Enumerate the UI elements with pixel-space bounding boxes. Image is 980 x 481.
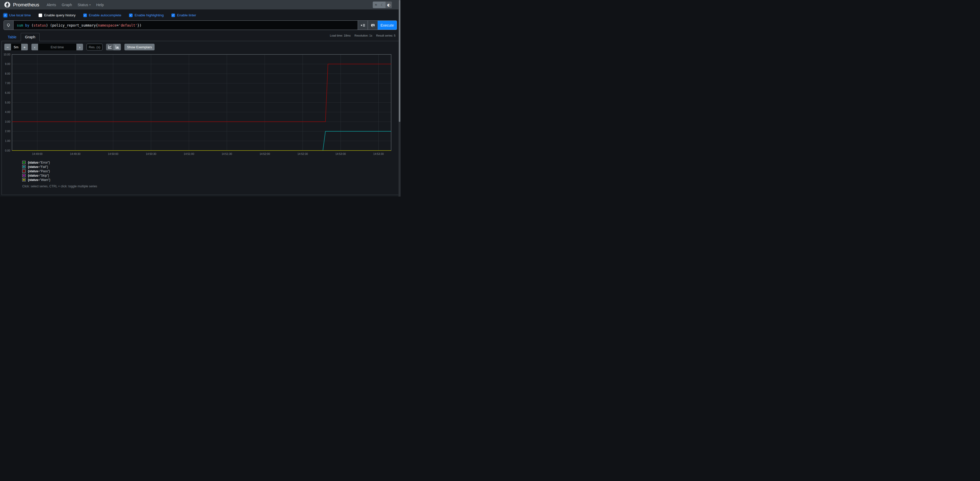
option-query-history: Enable query history	[38, 13, 76, 17]
nav-item-status-label: Status	[78, 3, 88, 7]
legend-item-fail[interactable]: {status="Fail"}	[22, 165, 397, 169]
legend-label: {status="Error"}	[28, 161, 50, 164]
svg-text:14:53:00: 14:53:00	[336, 152, 346, 155]
format-expression-button[interactable]	[358, 21, 368, 30]
graph-svg: 0.001.002.003.004.005.006.007.008.009.00…	[4, 53, 395, 156]
series-swatch-error	[22, 161, 25, 164]
theme-dark-button[interactable]: ☾	[379, 2, 385, 8]
end-time-picker: ‹ ›	[32, 44, 83, 50]
line-chart-icon	[108, 45, 112, 49]
svg-text:2.00: 2.00	[5, 130, 11, 133]
legend: {status="Error"} {status="Fail"} {status…	[22, 160, 397, 188]
chart-area[interactable]: 0.001.002.003.004.005.006.007.008.009.00…	[4, 53, 397, 157]
legend-label: {status="Skip"}	[28, 174, 49, 177]
tab-graph[interactable]: Graph	[21, 33, 40, 41]
line-chart-button[interactable]	[106, 44, 113, 50]
series-swatch-skip	[22, 174, 25, 177]
nav-item-alerts[interactable]: Alerts	[44, 1, 59, 8]
tab-table[interactable]: Table	[3, 33, 21, 41]
brand-link[interactable]: Prometheus	[4, 2, 39, 8]
load-time-stat: Load time: 18ms	[330, 34, 350, 37]
indent-format-icon	[361, 24, 365, 27]
query-stats: Load time: 18ms Resolution: 1s Result se…	[330, 33, 397, 37]
query-history-label: Enable query history	[44, 13, 76, 17]
legend-item-error[interactable]: {status="Error"}	[22, 160, 397, 165]
navbar: Prometheus Alerts Graph Status▾ Help ☀ ☾…	[0, 0, 399, 10]
stacked-chart-button[interactable]	[113, 44, 121, 50]
highlighting-checkbox[interactable]: ✓	[129, 14, 133, 17]
series-swatch-pass	[22, 169, 25, 173]
nav-links: Alerts Graph Status▾ Help	[44, 1, 107, 8]
theme-auto-button[interactable]: ◐	[385, 2, 392, 8]
time-forward-button[interactable]: ›	[76, 44, 83, 50]
svg-text:0.00: 0.00	[5, 149, 11, 152]
range-input[interactable]	[11, 44, 21, 50]
svg-text:14:51:30: 14:51:30	[221, 152, 232, 155]
svg-text:4.00: 4.00	[5, 110, 11, 113]
svg-text:14:49:00: 14:49:00	[32, 152, 42, 155]
contrast-icon: ◐	[387, 3, 390, 7]
svg-text:5.00: 5.00	[5, 101, 11, 104]
nav-item-status[interactable]: Status▾	[75, 1, 94, 8]
use-local-time-checkbox[interactable]: ✓	[3, 14, 7, 17]
time-back-button[interactable]: ‹	[32, 44, 38, 50]
globe-icon	[371, 23, 375, 27]
end-time-input[interactable]	[38, 44, 76, 50]
option-use-local-time: ✓ Use local time	[3, 13, 31, 17]
result-series-stat: Result series: 5	[376, 34, 396, 37]
legend-item-pass[interactable]: {status="Pass"}	[22, 169, 397, 173]
resolution-input[interactable]	[87, 44, 102, 50]
range-stepper: − +	[4, 44, 28, 50]
legend-label: {status="Fail"}	[28, 165, 48, 169]
legend-item-skip[interactable]: {status="Skip"}	[22, 173, 397, 178]
page-scrollbar[interactable]	[399, 0, 401, 196]
search-icon	[6, 23, 11, 27]
option-autocomplete: ✓ Enable autocomplete	[83, 13, 121, 17]
svg-text:8.00: 8.00	[5, 72, 11, 75]
chart-type-toggle	[106, 44, 121, 50]
nav-item-graph[interactable]: Graph	[59, 1, 75, 8]
svg-text:1.00: 1.00	[5, 139, 11, 142]
legend-item-warn[interactable]: {status="Warn"}	[22, 178, 397, 182]
query-bar: sum by (status) (policy_report_summary{n…	[3, 21, 397, 30]
graph-panel: − + ‹ ›	[2, 41, 399, 195]
query-history-checkbox[interactable]	[38, 14, 42, 17]
option-linter: ✓ Enable linter	[172, 13, 196, 17]
brand-title: Prometheus	[13, 2, 39, 8]
range-increase-button[interactable]: +	[21, 44, 28, 50]
linter-checkbox[interactable]: ✓	[172, 14, 175, 17]
autocomplete-label: Enable autocomplete	[89, 13, 121, 17]
tab-bar: Table Graph Load time: 18ms Resolution: …	[2, 33, 399, 41]
series-swatch-warn	[22, 178, 25, 182]
legend-label: {status="Warn"}	[28, 178, 50, 182]
sun-icon: ☀	[374, 3, 378, 7]
svg-text:14:52:00: 14:52:00	[259, 152, 270, 155]
svg-text:14:51:00: 14:51:00	[184, 152, 194, 155]
caret-down-icon: ▾	[89, 3, 91, 6]
execute-button[interactable]: Execute	[378, 21, 397, 30]
svg-text:3.00: 3.00	[5, 120, 11, 123]
stacked-chart-icon	[115, 45, 119, 49]
nav-item-help[interactable]: Help	[93, 1, 107, 8]
theme-toggle-group: ☀ ☾ ◐	[373, 2, 392, 8]
show-exemplars-button[interactable]: Show Exemplars	[124, 44, 154, 50]
query-input[interactable]: sum by (status) (policy_report_summary{n…	[14, 21, 358, 30]
autocomplete-checkbox[interactable]: ✓	[83, 14, 87, 17]
svg-text:14:53:30: 14:53:30	[373, 152, 384, 155]
theme-light-button[interactable]: ☀	[373, 2, 379, 8]
search-icon-box	[4, 21, 14, 30]
svg-text:7.00: 7.00	[5, 81, 11, 84]
legend-hint: Click: select series, CTRL + click: togg…	[22, 185, 397, 188]
options-bar: ✓ Use local time Enable query history ✓ …	[3, 13, 397, 17]
use-local-time-label: Use local time	[9, 13, 31, 17]
metrics-explorer-button[interactable]	[368, 21, 378, 30]
range-decrease-button[interactable]: −	[4, 44, 11, 50]
graph-controls: − + ‹ ›	[4, 44, 397, 50]
series-swatch-fail	[22, 165, 25, 169]
prometheus-app: Prometheus Alerts Graph Status▾ Help ☀ ☾…	[0, 0, 401, 196]
svg-text:6.00: 6.00	[5, 91, 11, 94]
scrollbar-thumb[interactable]	[399, 0, 400, 122]
svg-text:10.00: 10.00	[4, 53, 10, 56]
svg-text:14:49:30: 14:49:30	[70, 152, 81, 155]
moon-icon: ☾	[381, 3, 384, 7]
